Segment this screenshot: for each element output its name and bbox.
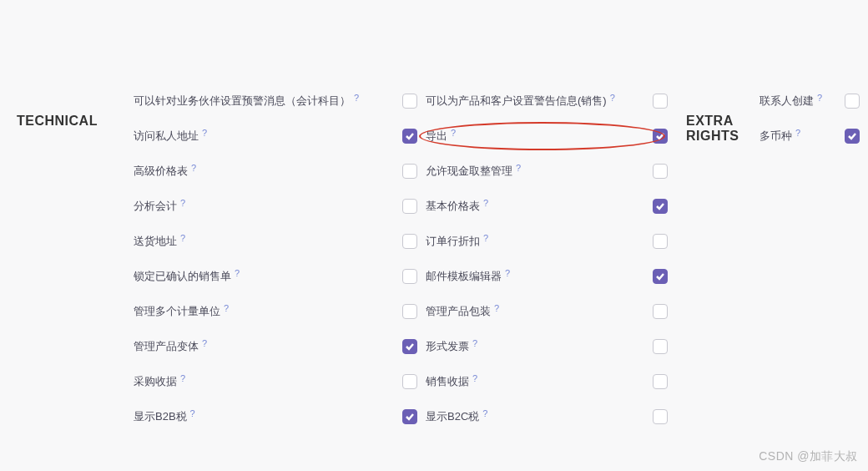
field-label: 锁定已确认的销售单 (134, 269, 231, 284)
help-icon[interactable]: ? (472, 373, 477, 383)
help-icon[interactable]: ? (505, 268, 510, 278)
checkbox-private-address[interactable] (402, 129, 417, 144)
checkbox-proforma[interactable] (653, 339, 668, 354)
help-icon[interactable]: ? (202, 128, 207, 138)
field-label: 管理多个计量单位 (134, 304, 220, 319)
checkbox-lock-so[interactable] (402, 269, 417, 284)
help-icon[interactable]: ? (224, 303, 229, 313)
checkbox-b2c-tax[interactable] (653, 409, 668, 424)
field-label: 允许现金取整管理 (426, 164, 512, 179)
field-label: 显示B2B税 (134, 409, 187, 424)
field-label: 可以为产品和客户设置警告信息(销售) (426, 94, 607, 109)
field-label: 订单行折扣 (426, 234, 480, 249)
help-icon[interactable]: ? (472, 338, 477, 348)
field-label: 采购收据 (134, 374, 177, 389)
technical-column-2: 可以为产品和客户设置警告信息(销售)? 导出? 允许现金取整管理? 基本价格表?… (426, 84, 676, 434)
checkbox-analytic-acct[interactable] (402, 199, 417, 214)
checkbox-basic-pricelist[interactable] (653, 199, 668, 214)
checkbox-multi-uom[interactable] (402, 304, 417, 319)
field-label: 分析会计 (134, 199, 177, 214)
help-icon[interactable]: ? (610, 93, 615, 103)
section-title-technical: TECHNICAL (0, 84, 134, 434)
checkbox-line-discount[interactable] (653, 234, 668, 249)
checkbox-warn-sale[interactable] (653, 94, 668, 109)
checkbox-adv-pricelist[interactable] (402, 164, 417, 179)
help-icon[interactable]: ? (494, 303, 499, 313)
checkbox-export[interactable] (653, 129, 668, 144)
help-icon[interactable]: ? (451, 128, 456, 138)
help-icon[interactable]: ? (516, 163, 521, 173)
help-icon[interactable]: ? (795, 128, 800, 138)
checkbox-packaging[interactable] (653, 304, 668, 319)
help-icon[interactable]: ? (190, 408, 195, 418)
watermark: CSDN @加菲大叔 (759, 449, 858, 464)
checkbox-warn-acct[interactable] (402, 94, 417, 109)
checkbox-contact-create[interactable] (845, 94, 860, 109)
help-icon[interactable]: ? (235, 268, 240, 278)
field-label: 导出 (426, 129, 447, 144)
field-label: 形式发票 (426, 339, 469, 354)
help-icon[interactable]: ? (354, 93, 359, 103)
help-icon[interactable]: ? (483, 198, 488, 208)
field-label: 可以针对业务伙伴设置预警消息（会计科目） (134, 94, 351, 109)
checkbox-mail-editor[interactable] (653, 269, 668, 284)
checkbox-cash-rounding[interactable] (653, 164, 668, 179)
technical-column-1: 可以针对业务伙伴设置预警消息（会计科目）? 访问私人地址? 高级价格表? 分析会… (134, 84, 426, 434)
extra-column: 联系人创建? 多币种? (760, 84, 868, 434)
checkbox-sale-receipt[interactable] (653, 374, 668, 389)
field-label: 销售收据 (426, 374, 469, 389)
field-label: 邮件模板编辑器 (426, 269, 502, 284)
help-icon[interactable]: ? (202, 338, 207, 348)
checkbox-b2b-tax[interactable] (402, 409, 417, 424)
help-icon[interactable]: ? (180, 198, 185, 208)
field-label: 送货地址 (134, 234, 177, 249)
field-label: 访问私人地址 (134, 129, 199, 144)
help-icon[interactable]: ? (180, 373, 185, 383)
field-label: 高级价格表 (134, 164, 188, 179)
help-icon[interactable]: ? (817, 93, 822, 103)
checkbox-variants[interactable] (402, 339, 417, 354)
field-label: 多币种 (760, 129, 792, 144)
section-title-extra: EXTRA RIGHTS (676, 84, 760, 434)
help-icon[interactable]: ? (482, 408, 487, 418)
help-icon[interactable]: ? (483, 233, 488, 243)
checkbox-multi-currency[interactable] (845, 129, 860, 144)
field-label: 管理产品变体 (134, 339, 199, 354)
field-label: 管理产品包装 (426, 304, 491, 319)
checkbox-delivery-addr[interactable] (402, 234, 417, 249)
help-icon[interactable]: ? (180, 233, 185, 243)
help-icon[interactable]: ? (191, 163, 196, 173)
field-label: 基本价格表 (426, 199, 480, 214)
checkbox-purchase-receipt[interactable] (402, 374, 417, 389)
field-label: 显示B2C税 (426, 409, 479, 424)
field-label: 联系人创建 (760, 94, 814, 109)
